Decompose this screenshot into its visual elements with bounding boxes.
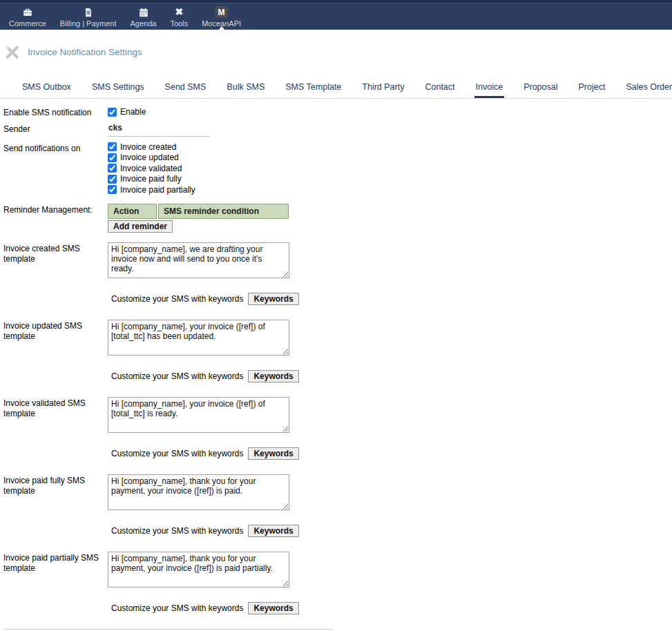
sender-label: Sender — [3, 123, 108, 135]
invoice-paid-partially-template-section: Invoice paid partially SMS template Cust… — [3, 552, 672, 614]
keywords-button[interactable]: Keywords — [248, 370, 298, 382]
invoice-created-checkbox[interactable] — [108, 142, 117, 151]
invoice-created-template-textarea[interactable] — [108, 242, 289, 278]
nav-label: Agenda — [131, 19, 157, 28]
briefcase-icon — [22, 6, 33, 18]
keywords-hint: Customize your SMS with keywords — [111, 603, 243, 613]
notify-option-label: Invoice validated — [120, 164, 182, 173]
keywords-button[interactable]: Keywords — [248, 525, 298, 537]
active-menu-pointer — [218, 26, 225, 30]
nav-label: Tools — [170, 19, 188, 28]
nav-item-moceanapi[interactable]: M MoceanAPI — [195, 3, 248, 30]
top-navbar: Commerce Billing | Payment Agenda — [0, 0, 672, 30]
template-label: Invoice validated SMS template — [3, 397, 108, 419]
keywords-row: Customize your SMS with keywords Keyword… — [111, 370, 672, 382]
reminder-management-label: Reminder Management: — [3, 204, 108, 215]
tab-sms-settings[interactable]: SMS Settings — [90, 79, 146, 98]
invoice-notification-form: Enable SMS notification Enable Sender Se… — [0, 99, 672, 630]
enable-sms-checkbox[interactable] — [108, 108, 117, 117]
keywords-hint: Customize your SMS with keywords — [111, 526, 243, 536]
notify-option-label: Invoice paid fully — [120, 174, 182, 184]
invoice-created-template-section: Invoice created SMS template Customize y… — [3, 242, 672, 305]
enable-sms-row: Enable SMS notification Enable — [3, 106, 672, 118]
calendar-icon — [138, 6, 149, 18]
tools-setup-icon — [4, 44, 20, 60]
template-label: Invoice paid partially SMS template — [3, 552, 108, 574]
tab-third-party[interactable]: Third Party — [361, 79, 405, 98]
tab-sms-template[interactable]: SMS Template — [284, 79, 343, 98]
keywords-row: Customize your SMS with keywords Keyword… — [111, 447, 672, 460]
tab-bulk-sms[interactable]: Bulk SMS — [225, 79, 266, 98]
invoice-validated-template-textarea[interactable] — [108, 397, 289, 433]
keywords-button[interactable]: Keywords — [248, 293, 298, 305]
notify-option-label: Invoice updated — [120, 153, 179, 162]
send-notifications-row: Send notifications on Invoice created In… — [3, 142, 672, 196]
keywords-hint: Customize your SMS with keywords — [111, 449, 243, 458]
reminder-management-row: Reminder Management: Action SMS reminder… — [3, 204, 672, 233]
keywords-row: Customize your SMS with keywords Keyword… — [111, 602, 672, 614]
tab-invoice[interactable]: Invoice — [474, 79, 505, 98]
keywords-hint: Customize your SMS with keywords — [111, 294, 243, 304]
invoice-paid-fully-template-section: Invoice paid fully SMS template Customiz… — [3, 474, 672, 537]
nav-item-billing-payment[interactable]: Billing | Payment — [53, 3, 124, 30]
keywords-row: Customize your SMS with keywords Keyword… — [111, 293, 672, 305]
keywords-hint: Customize your SMS with keywords — [111, 371, 243, 381]
moceanapi-icon: M — [215, 6, 228, 18]
notify-option: Invoice created — [108, 142, 195, 151]
invoice-paid-fully-template-textarea[interactable] — [108, 474, 289, 510]
notify-option: Invoice updated — [108, 153, 195, 162]
invoice-validated-template-section: Invoice validated SMS template Customize… — [3, 397, 672, 460]
notify-option: Invoice paid fully — [108, 175, 195, 184]
page-header: Invoice Notification Settings — [0, 30, 672, 60]
notify-option: Invoice paid partially — [108, 185, 195, 194]
keywords-button[interactable]: Keywords — [248, 602, 298, 614]
tab-sms-outbox[interactable]: SMS Outbox — [21, 79, 73, 98]
notify-option-label: Invoice paid partially — [120, 185, 195, 195]
nav-item-agenda[interactable]: Agenda — [124, 3, 164, 30]
reminder-column-condition: SMS reminder condition — [158, 204, 289, 219]
tools-icon: ✖ — [175, 6, 183, 18]
keywords-row: Customize your SMS with keywords Keyword… — [111, 525, 672, 537]
tab-bar: SMS Outbox SMS Settings Send SMS Bulk SM… — [0, 79, 672, 99]
invoice-updated-template-section: Invoice updated SMS template Customize y… — [3, 320, 672, 382]
notify-option-label: Invoice created — [120, 142, 176, 152]
keywords-button[interactable]: Keywords — [248, 447, 298, 460]
nav-label: Commerce — [9, 19, 46, 28]
template-label: Invoice created SMS template — [3, 242, 108, 264]
enable-sms-label: Enable SMS notification — [3, 106, 108, 118]
invoice-validated-checkbox[interactable] — [108, 164, 117, 173]
invoice-updated-checkbox[interactable] — [108, 153, 117, 162]
invoice-paid-fully-checkbox[interactable] — [108, 175, 117, 184]
template-label: Invoice paid fully SMS template — [3, 474, 108, 496]
template-label: Invoice updated SMS template — [3, 320, 108, 342]
add-reminder-button[interactable]: Add reminder — [108, 220, 173, 233]
notify-option: Invoice validated — [108, 164, 195, 173]
enable-checkbox-label: Enable — [120, 107, 146, 117]
invoice-updated-template-textarea[interactable] — [108, 320, 289, 356]
nav-item-tools[interactable]: ✖ Tools — [163, 3, 195, 30]
nav-item-commerce[interactable]: Commerce — [2, 3, 53, 30]
tab-contact[interactable]: Contact — [423, 79, 456, 98]
tab-project[interactable]: Project — [577, 79, 607, 98]
invoice-paid-partially-template-textarea[interactable] — [108, 552, 289, 588]
reminder-table-header: Action SMS reminder condition — [108, 204, 289, 219]
sender-row: Sender — [3, 123, 672, 137]
nav-label: Billing | Payment — [60, 19, 117, 28]
page-title: Invoice Notification Settings — [28, 47, 142, 57]
tab-send-sms[interactable]: Send SMS — [164, 79, 208, 98]
invoice-paid-partially-checkbox[interactable] — [108, 185, 117, 194]
tab-sales-order[interactable]: Sales Order — [624, 79, 672, 98]
bill-icon — [83, 6, 94, 18]
tab-proposal[interactable]: Proposal — [522, 79, 559, 98]
send-notifications-label: Send notifications on — [3, 142, 108, 154]
reminder-column-action: Action — [108, 204, 157, 219]
sender-input[interactable] — [108, 123, 210, 137]
